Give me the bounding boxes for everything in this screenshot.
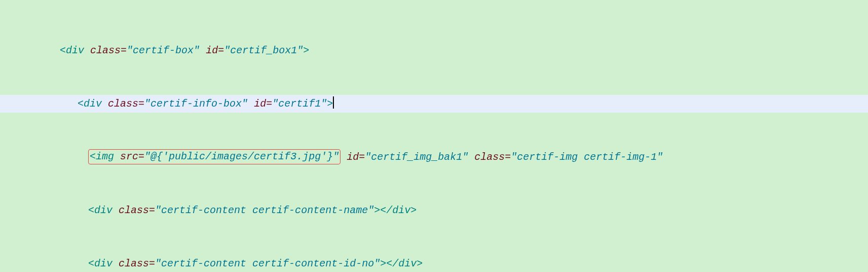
punct: >: [327, 98, 333, 110]
tag-name: div: [94, 205, 112, 216]
attr-value: "certif-info-box": [144, 98, 248, 110]
code-line-active[interactable]: <div class="certif-info-box" id="certif1…: [0, 95, 868, 113]
punct: ></: [374, 205, 392, 216]
tag-name: div: [66, 45, 84, 56]
punct: <: [78, 98, 84, 110]
attr-value: "certif_img_bak1": [365, 151, 468, 163]
punct: ></: [380, 258, 398, 269]
code-line[interactable]: <div class="certif-content certif-conten…: [0, 255, 868, 272]
attr-value: "certif-img certif-img-1": [511, 151, 663, 163]
tag-name: img: [96, 151, 114, 162]
punct: <: [88, 205, 94, 216]
code-line[interactable]: <img src="@{'public/images/certif3.jpg'}…: [0, 148, 868, 166]
attr-value: "certif_box1": [224, 45, 303, 56]
punct: >: [410, 205, 417, 216]
attr-value: "certif-box": [127, 45, 200, 56]
code-editor[interactable]: <div class="certif-box" id="certif_box1"…: [0, 0, 868, 272]
punct: <: [90, 151, 96, 162]
tag-name: div: [94, 258, 112, 269]
highlighted-region: <img src="@{'public/images/certif3.jpg'}…: [88, 149, 341, 164]
attr-value: "certif1": [272, 98, 327, 110]
punct: >: [417, 258, 423, 269]
attr-name: class: [90, 45, 121, 56]
attr-name: class: [119, 258, 149, 269]
attr-name: id: [254, 98, 266, 110]
attr-name: class: [108, 98, 138, 110]
cursor: [333, 96, 334, 109]
code-line[interactable]: <div class="certif-box" id="certif_box1"…: [0, 42, 868, 59]
attr-name: src: [120, 151, 138, 162]
attr-value: "@{'public/images/certif3.jpg'}": [144, 151, 339, 162]
attr-name: id: [206, 45, 218, 56]
attr-name: class: [474, 151, 505, 163]
tag-name: div: [398, 258, 417, 269]
punct: >: [303, 45, 309, 56]
attr-value: "certif-content certif-content-id-no": [155, 258, 380, 269]
tag-name: div: [392, 205, 410, 216]
attr-value: "certif-content certif-content-name": [155, 205, 374, 216]
attr-name: class: [119, 205, 149, 216]
punct: <: [88, 258, 94, 269]
code-line[interactable]: <div class="certif-content certif-conten…: [0, 201, 868, 219]
punct: <: [60, 45, 66, 56]
tag-name: div: [84, 98, 102, 110]
attr-name: id: [347, 151, 359, 163]
